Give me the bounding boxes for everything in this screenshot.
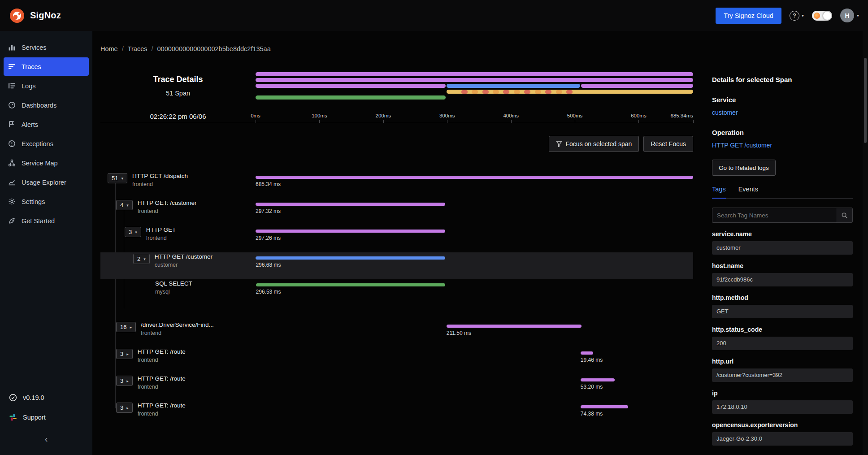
- span-timeline: 74.38 ms: [256, 401, 693, 428]
- span-service: frontend: [146, 235, 176, 241]
- span-label: 16▸/driver.DriverService/Find...frontend: [100, 321, 256, 336]
- sidebar-collapse-button[interactable]: ‹: [0, 430, 92, 448]
- version-row[interactable]: v0.19.0: [0, 388, 92, 407]
- axis-tick-label: 685.34ms: [670, 113, 693, 118]
- span-row[interactable]: 3▸HTTP GET: /routefrontend19.46 ms: [100, 347, 693, 374]
- tag-key: opencensus.exporterversion: [712, 421, 853, 429]
- span-name: HTTP GET: /customer: [138, 199, 197, 206]
- span-duration-bar[interactable]: [581, 405, 628, 408]
- sidebar-item-alerts[interactable]: Alerts: [4, 115, 89, 134]
- span-children-toggle[interactable]: 3▾: [125, 227, 141, 237]
- sidebar-item-services[interactable]: Services: [4, 38, 89, 56]
- span-duration-bar[interactable]: [581, 351, 593, 355]
- span-row[interactable]: 2▾HTTP GET /customercustomer296.68 ms: [100, 252, 693, 279]
- span-row[interactable]: SQL SELECTmysql296.53 ms: [100, 279, 693, 306]
- sidebar-item-usage-explorer[interactable]: Usage Explorer: [4, 173, 89, 191]
- sidebar-item-dashboards[interactable]: Dashboards: [4, 96, 89, 114]
- minimap-span-dot: [482, 90, 489, 94]
- span-duration-bar[interactable]: [256, 283, 445, 286]
- topbar: SigNoz Try Signoz Cloud ? ▾ H ▾: [0, 0, 868, 31]
- span-label: SQL SELECTmysql: [100, 279, 256, 295]
- breadcrumb-separator: /: [152, 45, 153, 52]
- span-duration-bar[interactable]: [256, 203, 445, 206]
- axis-tick-label: 200ms: [376, 113, 391, 118]
- try-signoz-cloud-button[interactable]: Try Signoz Cloud: [716, 8, 781, 24]
- sidebar-item-label: Service Map: [22, 160, 58, 167]
- minimap-span-dot: [535, 90, 541, 94]
- go-to-related-logs-button[interactable]: Go to Related logs: [712, 160, 776, 176]
- sidebar-item-traces[interactable]: Traces: [4, 57, 89, 76]
- focus-on-selected-span-button[interactable]: Focus on selected span: [549, 136, 639, 152]
- span-row[interactable]: 51▾HTTP GET /dispatchfrontend685.34 ms: [100, 172, 693, 199]
- chevron-left-icon: ‹: [45, 434, 48, 444]
- span-service: frontend: [138, 384, 186, 390]
- span-children-toggle[interactable]: 3▸: [116, 403, 133, 413]
- scrollbar-track[interactable]: [863, 31, 868, 455]
- axis-tick: [693, 120, 694, 123]
- span-row[interactable]: 3▸HTTP GET: /routefrontend53.20 ms: [100, 374, 693, 401]
- minimap-span-dot: [524, 90, 530, 94]
- sidebar-item-logs[interactable]: Logs: [4, 77, 89, 95]
- tag-value: Jaeger-Go-2.30.0: [712, 432, 853, 446]
- span-children-toggle[interactable]: 4▾: [116, 200, 133, 210]
- span-text: HTTP GET: /customerfrontend: [138, 199, 197, 214]
- span-row[interactable]: 3▸HTTP GET: /routefrontend74.38 ms: [100, 401, 693, 428]
- minimap-span-dot: [472, 90, 478, 94]
- span-service: frontend: [138, 208, 197, 214]
- axis-tick-label: 0ms: [251, 113, 260, 118]
- tag-value: customer: [712, 241, 853, 255]
- help-menu[interactable]: ? ▾: [790, 11, 804, 21]
- search-button[interactable]: [836, 208, 853, 223]
- reset-focus-button[interactable]: Reset Focus: [643, 136, 693, 152]
- span-duration-bar[interactable]: [581, 378, 615, 381]
- span-children-toggle[interactable]: 3▸: [116, 376, 133, 386]
- minimap-span-dot: [556, 90, 562, 94]
- tab-tags[interactable]: Tags: [712, 186, 726, 199]
- sidebar-item-exceptions[interactable]: Exceptions: [4, 134, 89, 153]
- span-children-toggle[interactable]: 3▸: [116, 349, 133, 359]
- span-text: HTTP GETfrontend: [146, 226, 176, 241]
- breadcrumb-link[interactable]: Home: [100, 45, 118, 52]
- details-title: Details for selected Span: [712, 76, 853, 83]
- axis-tick: [638, 120, 639, 123]
- sidebar-item-label: Dashboards: [22, 102, 56, 109]
- scrollbar-thumb[interactable]: [864, 58, 867, 143]
- span-children-toggle[interactable]: 16▸: [116, 322, 136, 332]
- brand[interactable]: SigNoz: [9, 8, 61, 24]
- user-menu[interactable]: H ▾: [840, 9, 859, 22]
- span-text: HTTP GET: /routefrontend: [138, 402, 186, 417]
- axis-tick: [383, 120, 384, 123]
- sidebar: ServicesTracesLogsDashboardsAlertsExcept…: [0, 31, 92, 455]
- breadcrumb-separator: /: [122, 45, 124, 52]
- sidebar-item-get-started[interactable]: Get Started: [4, 212, 89, 230]
- span-row[interactable]: 16▸/driver.DriverService/Find...frontend…: [100, 321, 693, 347]
- chevron-right-icon: ▸: [126, 406, 129, 410]
- span-duration-label: 297.32 ms: [256, 208, 281, 214]
- tag-search-input[interactable]: [712, 208, 836, 223]
- span-children-toggle[interactable]: 2▾: [133, 254, 150, 264]
- usage-explorer-icon: [8, 178, 16, 186]
- search-icon: [841, 212, 848, 219]
- chevron-down-icon: ▾: [857, 13, 859, 18]
- support-row[interactable]: Support: [0, 407, 92, 427]
- span-duration-bar[interactable]: [256, 256, 445, 260]
- span-duration-bar[interactable]: [256, 230, 445, 233]
- focus-controls: Focus on selected span Reset Focus: [100, 136, 693, 152]
- span-row[interactable]: 3▾HTTP GETfrontend297.26 ms: [100, 225, 693, 252]
- tab-events[interactable]: Events: [738, 186, 758, 198]
- service-link[interactable]: customer: [712, 109, 853, 116]
- version-label: v0.19.0: [23, 394, 44, 401]
- span-duration-bar[interactable]: [256, 176, 693, 179]
- span-row[interactable]: 4▾HTTP GET: /customerfrontend297.32 ms: [100, 199, 693, 225]
- span-duration-label: 53.20 ms: [581, 384, 603, 390]
- sidebar-item-settings[interactable]: Settings: [4, 192, 89, 211]
- tag-value: 200: [712, 337, 853, 350]
- breadcrumb-link[interactable]: Traces: [128, 45, 148, 52]
- span-duration-bar[interactable]: [447, 325, 582, 328]
- trace-minimap[interactable]: [256, 71, 693, 100]
- span-children-toggle[interactable]: 51▾: [108, 173, 127, 183]
- operation-link[interactable]: HTTP GET /customer: [712, 142, 853, 149]
- sidebar-item-service-map[interactable]: Service Map: [4, 154, 89, 172]
- theme-toggle[interactable]: [812, 11, 832, 21]
- chevron-down-icon: ▾: [121, 176, 123, 181]
